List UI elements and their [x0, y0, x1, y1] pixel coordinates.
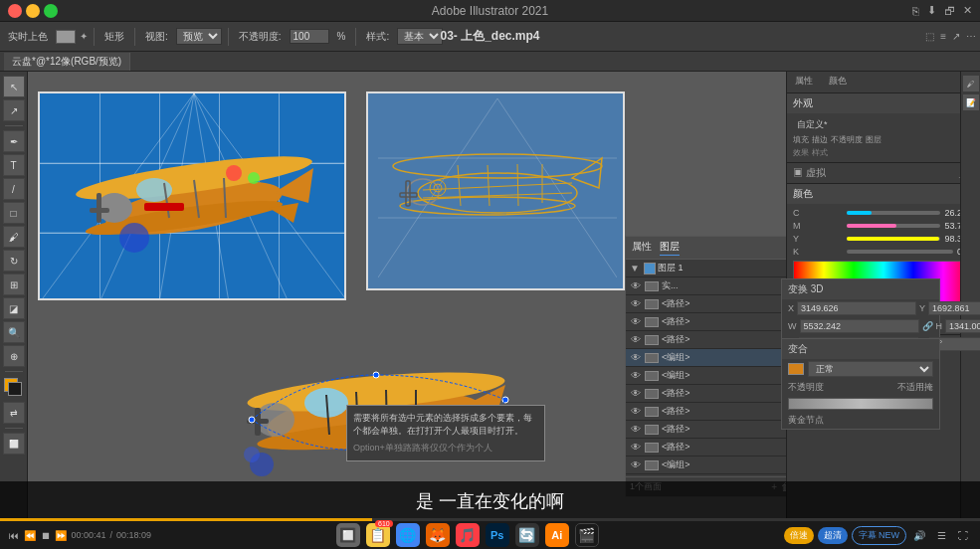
visibility-2[interactable]: 👁 — [630, 316, 642, 328]
rewind-btn[interactable]: ⏪ — [24, 526, 36, 544]
menu-btn[interactable]: ☰ — [932, 526, 950, 544]
layer-item-0[interactable]: 👁 实... 路径 — [626, 277, 786, 295]
tab-color[interactable]: 颜色 — [821, 72, 855, 92]
y-slider[interactable] — [847, 237, 940, 241]
opacity-input[interactable] — [290, 29, 329, 44]
rotate-tool[interactable]: ↻ — [3, 250, 25, 272]
transform-icon[interactable]: ↗ — [952, 31, 960, 42]
layer-item-5[interactable]: 👁 <编组> 编组 — [626, 367, 786, 385]
visibility-6[interactable]: 👁 — [630, 388, 642, 400]
visibility-8[interactable]: 👁 — [630, 424, 642, 436]
view-select[interactable]: 预览 像素 — [176, 28, 222, 45]
download-icon[interactable]: ⬇ — [927, 4, 936, 17]
play-prev-btn[interactable]: ⏮ — [8, 526, 20, 544]
layer-group-row[interactable]: ▼ 图层 1 — [626, 260, 786, 277]
toolbar-right[interactable]: ⬚ ≡ ↗ ⋯ — [925, 31, 976, 42]
type-tool[interactable]: T — [3, 154, 25, 176]
visibility-10[interactable]: 👁 — [630, 459, 642, 471]
select-tool[interactable]: ↖ — [3, 76, 25, 97]
layer-item-1[interactable]: 👁 <路径> 路径 — [626, 295, 786, 313]
visibility-9[interactable]: 👁 — [630, 442, 642, 454]
layer-item-7[interactable]: 👁 <路径> 路径 — [626, 403, 786, 421]
screen-mode[interactable]: ⬜ — [3, 433, 25, 455]
blend-gradient-bar[interactable] — [788, 398, 933, 410]
close-icon[interactable]: ✕ — [963, 4, 972, 17]
blend-color-preview[interactable] — [788, 363, 804, 375]
link-icon[interactable]: 🔗 — [922, 321, 933, 331]
tool-select-icon[interactable]: ✦ — [80, 31, 88, 42]
blend-tool[interactable]: ⊞ — [3, 274, 25, 295]
fullscreen-btn[interactable]: ⛶ — [954, 526, 972, 544]
visibility-1[interactable]: 👁 — [630, 298, 642, 310]
direct-select-tool[interactable]: ↗ — [3, 99, 25, 121]
dock-photoshop[interactable]: Ps — [486, 523, 509, 547]
maximize-button[interactable] — [44, 4, 58, 18]
tab-attributes[interactable]: 属性 — [787, 72, 821, 92]
visibility-4[interactable]: 👁 — [630, 352, 642, 364]
stroke-color[interactable] — [8, 382, 22, 396]
dock-media[interactable]: 🎬 — [575, 523, 599, 547]
window-controls[interactable] — [0, 4, 58, 18]
k-slider[interactable] — [847, 250, 953, 254]
volume-btn[interactable]: 🔊 — [910, 526, 928, 544]
y-input[interactable] — [928, 301, 980, 315]
minimize-button[interactable] — [26, 4, 40, 18]
dock-launchpad[interactable]: 🔲 — [336, 523, 360, 547]
forward-btn[interactable]: ⏩ — [55, 526, 67, 544]
visibility-0[interactable]: 👁 — [630, 280, 642, 292]
layer-item-10[interactable]: 👁 <编组> 编组 — [626, 457, 786, 474]
play-stop-btn[interactable]: ⏹ — [40, 526, 52, 544]
dock-illustrator[interactable]: Ai — [545, 523, 569, 547]
tab-properties[interactable]: 属性 — [632, 240, 652, 256]
more-icon[interactable]: ⋯ — [966, 31, 976, 42]
window-icon[interactable]: 🗗 — [944, 5, 955, 17]
close-button[interactable] — [8, 4, 22, 18]
h-input[interactable] — [945, 319, 980, 333]
visibility-7[interactable]: 👁 — [630, 406, 642, 418]
m-slider[interactable] — [847, 224, 940, 228]
eyedropper-tool[interactable]: 🔍 — [3, 321, 25, 343]
dock-chrome[interactable]: 🌐 — [396, 523, 420, 547]
color-header[interactable]: 颜色 ▲ — [787, 184, 980, 204]
style-select[interactable]: 基本 高级 — [397, 28, 443, 45]
visibility-5[interactable]: 👁 — [630, 370, 642, 382]
layer-item-3[interactable]: 👁 <路径> 路径 — [626, 331, 786, 349]
x-input[interactable] — [797, 301, 916, 315]
arrange-icon[interactable]: ⬚ — [925, 31, 934, 42]
brush-right-icon[interactable]: 🖌 — [963, 76, 979, 92]
tool-live-paint[interactable]: 实时上色 — [4, 28, 52, 46]
dock-music[interactable]: 🎵 — [456, 523, 480, 547]
pen-tool[interactable]: ✒ — [3, 130, 25, 152]
tab-layers[interactable]: 图层 — [660, 240, 680, 256]
dock-capture[interactable]: 🔄 — [515, 523, 539, 547]
appearance-header[interactable]: 外观 ▼ — [787, 93, 980, 113]
dock-notes[interactable]: 📋 610 — [366, 523, 390, 547]
subtitle-pill[interactable]: 字幕 NEW — [852, 526, 907, 545]
virtual-header[interactable]: ▣ 虚拟 ___ — [787, 163, 980, 183]
blend-mode-select[interactable]: 正常 正片叠底 滤色 — [808, 361, 933, 377]
gradient-tool[interactable]: ◪ — [3, 297, 25, 319]
w-input[interactable] — [800, 319, 919, 333]
dock-firefox[interactable]: 🦊 — [426, 523, 450, 547]
share-icon[interactable]: ⎘ — [912, 5, 919, 17]
layer-item-2[interactable]: 👁 <路径> 路径 — [626, 313, 786, 331]
speed-pill[interactable]: 倍速 — [784, 527, 814, 544]
line-tool[interactable]: / — [3, 178, 25, 200]
align-icon[interactable]: ≡ — [940, 31, 946, 42]
visibility-3[interactable]: 👁 — [630, 334, 642, 346]
tool-rect[interactable]: 矩形 — [100, 28, 128, 46]
transform-header[interactable]: 变换 3D — [782, 279, 939, 299]
swap-colors[interactable]: ⇄ — [3, 402, 25, 424]
layer-item-4[interactable]: 👁 <编组> 编组 — [626, 349, 786, 367]
shape-tool[interactable]: □ — [3, 202, 25, 224]
expand-icon[interactable]: ▼ — [630, 263, 642, 274]
zoom-tool[interactable]: ⊕ — [3, 345, 25, 367]
tab-document[interactable]: 云盘*@*12像(RGB/预览) — [4, 53, 130, 71]
layer-item-9[interactable]: 👁 <路径> 路径 — [626, 439, 786, 457]
quality-pill[interactable]: 超清 — [818, 527, 848, 544]
c-slider[interactable] — [847, 211, 940, 215]
note-right-icon[interactable]: 📝 — [963, 94, 979, 110]
paint-tool[interactable]: 🖌 — [3, 226, 25, 248]
blend-header[interactable]: 变合 — [782, 339, 939, 359]
foreground-color[interactable] — [4, 378, 24, 398]
